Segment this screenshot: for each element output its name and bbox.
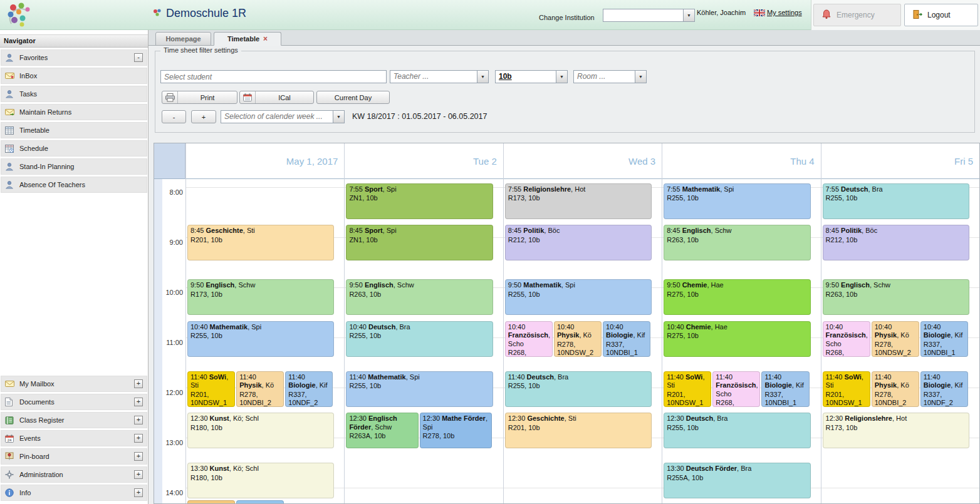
sidebar-item-documents[interactable]: Documents+ bbox=[1, 394, 147, 410]
close-icon[interactable]: × bbox=[263, 34, 268, 43]
select-student-input[interactable] bbox=[160, 70, 387, 83]
event-time: 12:30 bbox=[508, 414, 526, 422]
sidebar-item-favorites[interactable]: Favorites- bbox=[1, 49, 147, 66]
calendar-event[interactable]: 9:50 MathematikSpiR255, 10b bbox=[505, 279, 652, 315]
time-label: 13:00 bbox=[162, 439, 183, 446]
calendar-event[interactable]: 8:45 GeschichteStiR201, 10b bbox=[187, 225, 334, 260]
next-week-button[interactable]: + bbox=[191, 110, 216, 123]
calendar-event[interactable]: 11:40 BiologieKifR337, 10NDBI_1 bbox=[761, 371, 809, 407]
emergency-button[interactable]: Emergency bbox=[813, 4, 901, 26]
calendar-event[interactable]: 11:40 BiologieKifR337, 10NDF_2 bbox=[285, 371, 333, 407]
calendar-event[interactable]: 10:40 BiologieKifR337, 10NDBI_1 bbox=[603, 321, 650, 357]
chevron-down-icon[interactable]: ▼ bbox=[683, 9, 694, 21]
event-room: R337, 10NDF_2 bbox=[288, 391, 330, 407]
expand-button[interactable]: + bbox=[134, 379, 143, 388]
calendar-event[interactable]: 11:40 PhysikKöR278, 10NDBI_2 bbox=[872, 371, 919, 407]
event-time: 10:40 bbox=[190, 323, 208, 331]
calendar-event[interactable]: 10:40 PhysikKöR278, 10NDSW_2 bbox=[872, 321, 919, 357]
calendar-event[interactable]: 8:45 EnglischSchwR263, 10b bbox=[664, 225, 810, 260]
logout-button[interactable]: Logout bbox=[904, 4, 978, 26]
teacher-select[interactable]: Teacher ... ▼ bbox=[390, 70, 489, 83]
calendar-event[interactable]: 9:50 EnglischSchwR263, 10b bbox=[346, 279, 493, 315]
calendar-event[interactable]: 11:40 DeutschBraR255, 10b bbox=[505, 371, 652, 407]
event-room: R173, 10b bbox=[508, 194, 649, 203]
calendar-event[interactable]: 7:55 SportSpiZN1, 10b bbox=[346, 183, 493, 219]
expand-button[interactable]: + bbox=[134, 452, 143, 461]
calendar-event[interactable]: 12:30 GeschichteStiR201, 10b bbox=[505, 413, 652, 448]
calendar-event[interactable]: 7:55 ReligionslehreHotR173, 10b bbox=[505, 183, 652, 219]
tab-timetable[interactable]: Timetable × bbox=[214, 32, 281, 46]
calendar-event[interactable]: 12:30 DeutschBraR255, 10b bbox=[664, 413, 810, 448]
expand-button[interactable]: + bbox=[134, 470, 143, 479]
sidebar-item-info[interactable]: Info+ bbox=[1, 485, 147, 501]
calendar-event[interactable]: 9:50 EnglischSchwR263, 10b bbox=[823, 279, 969, 315]
expand-button[interactable]: + bbox=[134, 434, 143, 443]
calendar-event[interactable]: 8:45 SportSpiZN1, 10b bbox=[346, 225, 493, 260]
calendar-event[interactable]: 7:55 MathematikSpiR255, 10b bbox=[664, 183, 810, 219]
sidebar-item-label: Events bbox=[19, 435, 41, 442]
calendar-event[interactable]: 11:40 BiologieKifR337, 10NDF_2 bbox=[920, 371, 968, 407]
calendar-event[interactable]: 10:40 FranzösischSchoR268, bbox=[823, 321, 870, 357]
expand-button[interactable]: + bbox=[134, 398, 143, 406]
sidebar-item-my-mailbox[interactable]: My Mailbox+ bbox=[1, 376, 147, 392]
sidebar-item-class-register[interactable]: Class Register+ bbox=[1, 412, 147, 428]
calendar-event[interactable]: 10:40 MathematikSpiR255, 10b bbox=[187, 321, 334, 357]
class-select[interactable]: 10b ▼ bbox=[495, 70, 568, 83]
ical-button[interactable]: ICal bbox=[239, 91, 314, 104]
calendar-event[interactable]: 11:40 SoWiStiR201, 10NDSW_1 bbox=[664, 371, 711, 407]
expand-button[interactable]: + bbox=[134, 488, 143, 497]
calendar-event[interactable]: 12:30 Englisch FörderSchwR263A, 10b bbox=[346, 413, 418, 448]
sidebar-item-timetable[interactable]: Timetable bbox=[1, 122, 147, 138]
column-separator bbox=[821, 143, 821, 503]
event-subject: Deutsch bbox=[686, 414, 713, 422]
previous-week-button[interactable]: - bbox=[162, 110, 186, 123]
calendar-event[interactable]: 7:55 DeutschBraR255, 10b bbox=[823, 183, 969, 219]
sidebar-item-inbox[interactable]: InBox bbox=[1, 68, 147, 84]
sidebar-item-pin-board[interactable]: Pin-board+ bbox=[1, 448, 147, 465]
calendar-event[interactable]: 12:30 Mathe FörderSpiR278, 10b bbox=[420, 413, 492, 448]
print-button[interactable]: Print bbox=[162, 91, 237, 104]
expand-button[interactable]: + bbox=[134, 416, 143, 424]
calendar-event[interactable]: 14:15 bbox=[236, 500, 284, 504]
calendar-event[interactable]: 12:30 ReligionslehreHotR173, 10b bbox=[823, 413, 969, 448]
calendar-event[interactable]: 12:30 KunstKö; SchlR180, 10b bbox=[187, 413, 334, 448]
tab-homepage[interactable]: Homepage bbox=[155, 32, 211, 46]
current-day-button[interactable]: Current Day bbox=[316, 91, 390, 104]
sidebar-item-events[interactable]: 24Events+ bbox=[1, 430, 147, 446]
chevron-down-icon[interactable]: ▼ bbox=[333, 111, 344, 123]
calendar-event[interactable]: 11:40 FranzösischSchoR268, bbox=[712, 371, 760, 407]
calendar-event[interactable]: 13:30 Deutsch FörderBraR255A, 10b bbox=[664, 463, 810, 498]
institution-select[interactable]: ▼ bbox=[603, 9, 695, 22]
calendar-event[interactable]: 10:40 DeutschBraR255, 10b bbox=[346, 321, 493, 357]
calendar-event[interactable]: 10:40 FranzösischSchoR268, bbox=[505, 321, 553, 357]
calendar-event[interactable]: 14:15 bbox=[187, 500, 235, 504]
sidebar-item-stand-in-planning[interactable]: Stand-In Planning bbox=[1, 158, 147, 175]
calendar-event[interactable]: 11:40 SoWiStiR201, 10NDSW_1 bbox=[187, 371, 235, 407]
calendar-event[interactable]: 13:30 KunstKö; SchlR180, 10b bbox=[187, 463, 334, 498]
calendar-event[interactable]: 8:45 PolitikBöcR212, 10b bbox=[823, 225, 969, 260]
sidebar-item-administration[interactable]: Administration+ bbox=[1, 466, 147, 483]
event-teacher: Schw bbox=[711, 227, 732, 234]
room-select[interactable]: Room ... ▼ bbox=[573, 70, 647, 83]
chevron-down-icon[interactable]: ▼ bbox=[477, 71, 488, 83]
calendar-event[interactable]: 11:40 PhysikKöR278, 10NDBI_2 bbox=[236, 371, 284, 407]
sidebar-item-absence-of-teachers[interactable]: Absence Of Teachers bbox=[1, 177, 147, 193]
chevron-down-icon[interactable]: ▼ bbox=[556, 71, 567, 83]
calendar-event[interactable]: 9:50 EnglischSchwR173, 10b bbox=[187, 279, 334, 315]
calendar-event[interactable]: 9:50 ChemieHaeR275, 10b bbox=[664, 279, 810, 315]
calendar-event[interactable]: 10:40 BiologieKifR337, 10NDBI_1 bbox=[920, 321, 968, 357]
calendar-event[interactable]: 10:40 ChemieHaeR275, 10b bbox=[664, 321, 810, 357]
sidebar-item-tasks[interactable]: Tasks bbox=[1, 86, 147, 102]
chevron-down-icon[interactable]: ▼ bbox=[635, 71, 646, 83]
calendar-week-select[interactable]: Selection of calender week ... ▼ bbox=[221, 110, 345, 123]
my-settings-link[interactable]: My settings bbox=[767, 9, 802, 16]
calendar-event[interactable]: 11:40 SoWiStiR201, 10NDSW_1 bbox=[823, 371, 870, 407]
event-room: R173, 10b bbox=[190, 291, 331, 299]
collapse-button[interactable]: - bbox=[134, 53, 143, 62]
calendar-event[interactable]: 10:40 PhysikKöR278, 10NDSW_2 bbox=[554, 321, 602, 357]
calendar-event[interactable]: 8:45 PolitikBöcR212, 10b bbox=[505, 225, 652, 260]
timetable-calendar: May 1, 2017Tue 2Wed 3Thu 4Fri 58:009:001… bbox=[154, 143, 980, 504]
sidebar-item-schedule[interactable]: Schedule bbox=[1, 140, 147, 157]
calendar-event[interactable]: 11:40 MathematikSpiR255, 10b bbox=[346, 371, 493, 407]
sidebar-item-maintain-returns[interactable]: Maintain Returns bbox=[1, 104, 147, 120]
